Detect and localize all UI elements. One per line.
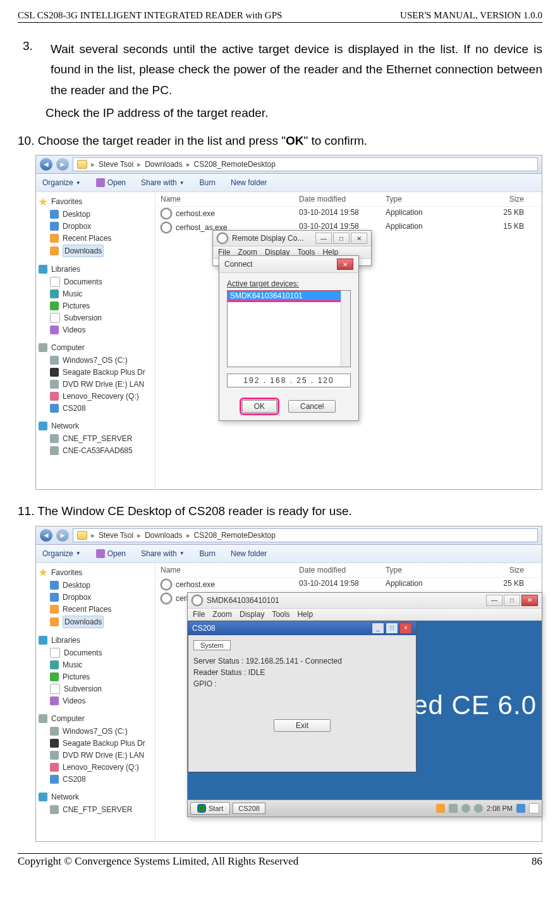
toolbar-newfolder[interactable]: New folder [231, 549, 267, 558]
nav-favorites[interactable]: Favorites [39, 567, 152, 578]
nav-computer[interactable]: Computer [39, 342, 152, 353]
breadcrumb-1[interactable]: Steve Tsoi [99, 531, 133, 540]
nav-drive-c[interactable]: Windows7_OS (C:) [39, 726, 152, 737]
nav-documents[interactable]: Documents [39, 647, 152, 659]
col-name[interactable]: Name [161, 566, 299, 574]
address-bar[interactable]: ▸ Steve Tsoi ▸ Downloads ▸ CS208_RemoteD… [73, 528, 538, 542]
breadcrumb-3[interactable]: CS208_RemoteDesktop [194, 531, 276, 540]
nav-pictures[interactable]: Pictures [39, 671, 152, 683]
toolbar-organize[interactable]: Organize▼ [42, 549, 81, 558]
nav-drive-dvd[interactable]: DVD RW Drive (E:) LAN [39, 750, 152, 761]
nav-drive-dvd[interactable]: DVD RW Drive (E:) LAN [39, 379, 152, 390]
nav-dropbox[interactable]: Dropbox [39, 221, 152, 232]
nav-drive-cs208[interactable]: CS208 [39, 774, 152, 785]
maximize-button[interactable]: □ [333, 233, 350, 244]
nav-libraries[interactable]: Libraries [39, 635, 152, 646]
nav-videos[interactable]: Videos [39, 695, 152, 707]
nav-downloads[interactable]: Downloads [39, 245, 152, 257]
nav-computer[interactable]: Computer [39, 713, 152, 724]
inner-close-button[interactable]: × [399, 623, 412, 634]
nav-recent[interactable]: Recent Places [39, 233, 152, 244]
menu-tools[interactable]: Tools [272, 610, 289, 619]
nav-net2[interactable]: CNE-CA53FAAD685 [39, 445, 152, 456]
nav-documents[interactable]: Documents [39, 276, 152, 288]
nav-drive-lenovo[interactable]: Lenovo_Recovery (Q:) [39, 762, 152, 773]
inner-minimize-button[interactable]: _ [372, 623, 384, 634]
nav-forward-button[interactable]: ► [56, 158, 69, 171]
breadcrumb-2[interactable]: Downloads [145, 531, 182, 540]
col-date[interactable]: Date modified [299, 566, 386, 574]
nav-drive-cs208[interactable]: CS208 [39, 403, 152, 414]
tray-globe-icon[interactable] [461, 804, 470, 813]
toolbar-share[interactable]: Share with▼ [141, 549, 185, 558]
minimize-button[interactable]: — [315, 233, 332, 244]
close-button[interactable]: ✕ [351, 233, 367, 244]
connect-close-button[interactable]: ✕ [337, 258, 353, 270]
nav-subversion[interactable]: Subversion [39, 683, 152, 695]
tray-keyboard-icon[interactable] [529, 803, 539, 813]
breadcrumb-1[interactable]: Steve Tsoi [99, 160, 133, 169]
nav-videos[interactable]: Videos [39, 324, 152, 336]
toolbar-open[interactable]: Open [96, 178, 126, 187]
address-bar[interactable]: ▸ Steve Tsoi ▸ Downloads ▸ CS208_RemoteD… [73, 157, 538, 171]
nav-network[interactable]: Network [39, 420, 152, 432]
tray-icon[interactable] [449, 804, 458, 813]
nav-favorites[interactable]: Favorites [39, 196, 152, 207]
minimize-button[interactable]: — [486, 595, 502, 606]
nav-forward-button[interactable]: ► [56, 529, 69, 542]
nav-dropbox[interactable]: Dropbox [39, 592, 152, 603]
col-date[interactable]: Date modified [299, 195, 386, 204]
cancel-button[interactable]: Cancel [288, 400, 336, 413]
nav-back-button[interactable]: ◄ [40, 529, 52, 542]
toolbar-organize[interactable]: Organize▼ [42, 178, 81, 187]
nav-desktop[interactable]: Desktop [39, 580, 152, 591]
nav-downloads[interactable]: Downloads [39, 616, 152, 628]
nav-net1[interactable]: CNE_FTP_SERVER [39, 804, 152, 815]
toolbar-share[interactable]: Share with▼ [141, 178, 185, 187]
col-size[interactable]: Size [472, 195, 537, 204]
exit-button[interactable]: Exit [274, 719, 331, 732]
nav-drive-seagate[interactable]: Seagate Backup Plus Dr [39, 738, 152, 749]
file-row[interactable]: cerhost.exe 03-10-2014 19:58 Application… [155, 207, 542, 221]
maximize-button[interactable]: □ [504, 595, 520, 606]
nav-recent[interactable]: Recent Places [39, 604, 152, 615]
breadcrumb-3[interactable]: CS208_RemoteDesktop [194, 160, 276, 169]
tray-desktop-icon[interactable] [516, 804, 525, 813]
nav-network[interactable]: Network [39, 791, 152, 803]
breadcrumb-2[interactable]: Downloads [145, 160, 182, 169]
col-type[interactable]: Type [386, 566, 472, 574]
menu-help[interactable]: Help [297, 610, 313, 619]
ip-input[interactable]: 192 . 168 . 25 . 120 [227, 374, 351, 387]
start-button[interactable]: Start [190, 802, 230, 815]
close-button[interactable]: ✕ [521, 595, 538, 606]
toolbar-burn[interactable]: Burn [200, 549, 216, 558]
ok-button[interactable]: OK [242, 400, 277, 413]
nav-drive-lenovo[interactable]: Lenovo_Recovery (Q:) [39, 391, 152, 402]
nav-music[interactable]: Music [39, 659, 152, 671]
nav-drive-c[interactable]: Windows7_OS (C:) [39, 355, 152, 366]
nav-net1[interactable]: CNE_FTP_SERVER [39, 433, 152, 444]
nav-music[interactable]: Music [39, 288, 152, 300]
listbox-scrollbar[interactable] [341, 291, 350, 367]
system-tab[interactable]: System [193, 640, 231, 650]
col-name[interactable]: Name [161, 195, 299, 204]
nav-back-button[interactable]: ◄ [40, 158, 52, 171]
nav-drive-seagate[interactable]: Seagate Backup Plus Dr [39, 367, 152, 378]
taskbar-app[interactable]: CS208 [233, 803, 265, 814]
col-type[interactable]: Type [386, 195, 472, 204]
device-listbox[interactable]: SMDK641036410101 [227, 290, 351, 367]
menu-file[interactable]: File [193, 610, 205, 619]
inner-maximize-button[interactable]: □ [386, 623, 398, 634]
tray-globe-icon[interactable] [474, 804, 483, 813]
nav-subversion[interactable]: Subversion [39, 312, 152, 324]
nav-pictures[interactable]: Pictures [39, 300, 152, 312]
toolbar-newfolder[interactable]: New folder [231, 178, 267, 187]
file-row[interactable]: cerhost.exe 03-10-2014 19:58 Application… [155, 578, 542, 592]
device-item-selected[interactable]: SMDK641036410101 [228, 291, 350, 301]
menu-zoom[interactable]: Zoom [212, 610, 232, 619]
col-size[interactable]: Size [472, 566, 537, 574]
nav-libraries[interactable]: Libraries [39, 264, 152, 275]
tray-icon[interactable] [436, 804, 445, 813]
toolbar-burn[interactable]: Burn [200, 178, 216, 187]
menu-display[interactable]: Display [240, 610, 264, 619]
